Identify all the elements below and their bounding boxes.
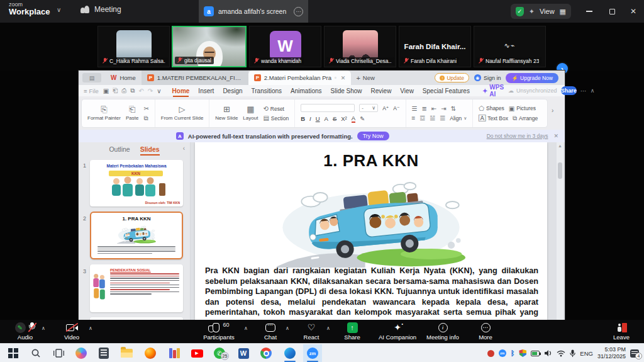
youtube-button[interactable]: ▶ xyxy=(187,344,206,362)
ai-sparkle-icon[interactable]: ✦ xyxy=(529,8,535,16)
new-slide-button[interactable]: ⊞ New Slide xyxy=(215,105,238,121)
minimize-button[interactable] xyxy=(579,0,600,23)
bullets-icon[interactable]: ☰ xyxy=(412,105,418,112)
winrar-button[interactable] xyxy=(165,344,184,362)
shapes-button[interactable]: ⬠ Shapes xyxy=(479,105,504,112)
text-box-button[interactable]: 🄰 Text Box xyxy=(479,115,508,122)
menu-file[interactable]: ≡ File xyxy=(79,88,103,94)
menu-design[interactable]: Design xyxy=(218,88,247,94)
participants-button[interactable]: 60 Participants xyxy=(196,322,242,341)
chrome-button[interactable] xyxy=(257,344,275,362)
tab-close-icon[interactable]: ✕ xyxy=(341,75,346,81)
battery-icon[interactable] xyxy=(531,351,540,356)
firefox-button[interactable] xyxy=(141,344,160,362)
participant-tile[interactable]: W wanda khamidah xyxy=(249,26,321,67)
whatsapp-button[interactable]: ✆25 xyxy=(210,344,229,362)
menu-home[interactable]: Home xyxy=(168,88,194,94)
new-tab-button[interactable]: + New xyxy=(351,74,379,82)
slide-thumbnail-3[interactable]: PENDEKATAN SOSIAL xyxy=(90,264,183,312)
increase-font-icon[interactable]: A⁺ xyxy=(382,105,389,111)
slide-thumbnail-2-selected[interactable]: 1. PRA KKN xyxy=(90,212,183,259)
current-slide[interactable]: 1. PRA KKN xyxy=(195,142,547,320)
video-button[interactable]: Video xyxy=(54,322,89,341)
line-spacing-icon[interactable]: ⇅ xyxy=(451,105,456,112)
reset-button[interactable]: ⟲ Reset xyxy=(263,105,289,112)
tab-more-icon[interactable]: ⋯ xyxy=(294,7,303,16)
scroll-up-icon[interactable]: ▲ xyxy=(558,144,562,148)
upgrade-now-button[interactable]: ⚡ Upgrade Now xyxy=(506,73,558,83)
tab-window-icon[interactable]: ▫ xyxy=(335,75,336,81)
audio-button[interactable]: ✎ Audio xyxy=(5,322,45,341)
superscript-button[interactable]: X² xyxy=(341,115,347,122)
tab-meeting[interactable]: Meeting xyxy=(80,5,121,14)
justify-icon[interactable]: ☰ xyxy=(440,115,445,122)
menu-view[interactable]: View xyxy=(396,88,418,94)
restore-button[interactable] xyxy=(601,0,623,23)
audio-options-chevron[interactable]: ∧ xyxy=(42,325,45,331)
ai-companion-button[interactable]: ✦ AI Companion xyxy=(371,322,424,341)
close-button[interactable]: ✕ xyxy=(623,0,644,23)
participant-tile[interactable]: C_Haika Rahma Salsa... xyxy=(97,26,170,67)
tab-document-2-active[interactable]: P 2.Materi Pembekalan Pra ▫ ✕ xyxy=(248,71,352,85)
copilot-button[interactable] xyxy=(72,344,91,362)
undo-icon[interactable]: ↶ xyxy=(138,88,143,94)
copy-icon[interactable]: ⧉ xyxy=(143,115,148,122)
share-screen-button[interactable]: ↑ Share xyxy=(336,322,369,341)
react-button[interactable]: ♡ React xyxy=(296,322,326,341)
dismiss-link[interactable]: Do not show me in 3 days xyxy=(487,133,548,139)
calculator-button[interactable] xyxy=(94,344,113,362)
notification-center-button[interactable]: 4 xyxy=(630,349,639,358)
taskbar-clock[interactable]: 5:03 PM 31/12/2025 xyxy=(597,346,626,361)
bold-button[interactable]: B xyxy=(301,115,305,122)
video-options-chevron[interactable]: ∧ xyxy=(89,325,92,331)
tab-document-1[interactable]: P 1.MATERI PEMBEKALAN_FILOS... xyxy=(142,71,248,85)
arrange-button[interactable]: ⧉ Arrange xyxy=(513,115,538,122)
redo-icon[interactable]: ↷ xyxy=(148,88,153,94)
collapse-panel-icon[interactable]: ‹ xyxy=(183,145,185,152)
menu-insert[interactable]: Insert xyxy=(194,88,218,94)
more-button[interactable]: ⋯ More xyxy=(469,322,502,341)
export-icon[interactable]: ⧉ xyxy=(130,87,135,94)
more-icon[interactable]: ⋯ xyxy=(580,88,587,94)
chevron-down-icon[interactable]: ∨ xyxy=(57,6,61,13)
update-button[interactable]: ↑ Update xyxy=(435,73,469,82)
from-current-slide-button[interactable]: ▷ From Current Slide xyxy=(161,105,204,121)
view-button[interactable]: View xyxy=(540,8,555,15)
pictures-button[interactable]: ▣ Pictures xyxy=(509,105,536,112)
leave-button[interactable]: Leave xyxy=(604,322,639,341)
chevron-down-icon[interactable]: ∨ xyxy=(157,88,161,94)
menu-slide-show[interactable]: Slide Show xyxy=(326,88,367,94)
strikethrough-button[interactable]: S xyxy=(333,115,336,122)
decrease-indent-icon[interactable]: ⇤ xyxy=(431,105,436,112)
participants-options-chevron[interactable]: ∧ xyxy=(244,325,248,331)
save-icon[interactable]: ▣ xyxy=(103,88,109,94)
italic-button[interactable]: I xyxy=(309,115,311,122)
ribbon-expand-icon[interactable]: › xyxy=(552,107,553,114)
cut-icon[interactable]: ✂ xyxy=(143,105,148,112)
security-shield-icon[interactable]: ✓ xyxy=(516,7,524,16)
align-center-icon[interactable]: ☲ xyxy=(419,115,425,122)
banner-close-icon[interactable]: ✕ xyxy=(553,133,558,139)
slide-thumbnail-1[interactable]: Materi Pembekalan Mahasiswa KKN Disusun … xyxy=(90,160,183,206)
participant-tile[interactable]: Farah Difa Khair... Farah Difa Khairani xyxy=(399,26,471,67)
collapse-ribbon-icon[interactable]: ∧ xyxy=(591,88,595,94)
tab-screen-share[interactable]: a amanda afifah's screen ⋯ xyxy=(199,0,308,23)
decrease-font-icon[interactable]: A⁻ xyxy=(393,105,399,111)
layout-button[interactable]: ▦ Layout xyxy=(243,105,258,121)
view-grid-icon[interactable]: ▦ xyxy=(560,8,566,16)
sign-in-button[interactable]: ◉ Sign in xyxy=(474,74,501,81)
section-button[interactable]: ▤ Section xyxy=(263,115,289,122)
speaker-icon[interactable] xyxy=(544,349,552,357)
align-left-icon[interactable]: ≡ xyxy=(412,115,416,122)
font-size-select[interactable]: - ∨ xyxy=(359,104,378,112)
meeting-info-button[interactable]: i Meeting info xyxy=(419,322,467,341)
menu-animations[interactable]: Animations xyxy=(286,88,326,94)
participant-tile[interactable]: Viada Chrisellia_Desa... xyxy=(324,26,396,67)
bluetooth-icon[interactable]: ᛒ xyxy=(511,349,515,357)
security-shield-icon[interactable] xyxy=(519,349,526,357)
mic-icon[interactable] xyxy=(570,349,575,358)
tab-wps-home[interactable]: W Home xyxy=(105,71,142,85)
word-button[interactable]: W xyxy=(234,344,253,362)
format-painter-button[interactable]: ⎘ Format Painter xyxy=(87,105,121,121)
print-icon[interactable]: ⎙ xyxy=(121,87,126,94)
